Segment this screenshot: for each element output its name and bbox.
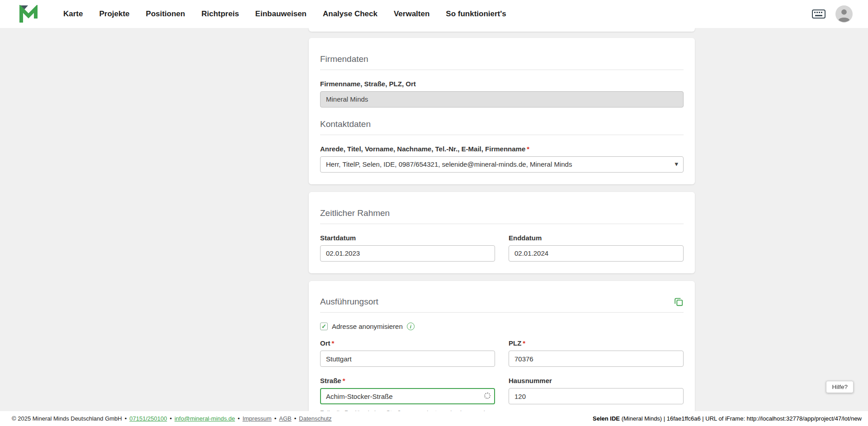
section-title-firmendaten: Firmendaten [320, 54, 684, 70]
footer-copyright: © 2025 Mineral Minds Deutschland GmbH [12, 415, 122, 422]
ort-input[interactable] [320, 351, 495, 367]
logo-icon [19, 5, 38, 23]
anonymize-row: ✓ Adresse anonymisieren i [320, 323, 684, 330]
plz-label-text: PLZ [509, 339, 521, 347]
nav-item-richtpreis[interactable]: Richtpreis [201, 9, 239, 19]
footer-separator: • [170, 415, 172, 422]
section-title-ausfuehrungsort: Ausführungsort [320, 297, 684, 313]
startdatum-field: Startdatum [320, 234, 495, 262]
chevron-down-icon: ▾ [675, 160, 678, 168]
plz-field: PLZ* [509, 339, 684, 367]
nav-item-karte[interactable]: Karte [63, 9, 83, 19]
anonymize-label: Adresse anonymisieren [332, 323, 403, 330]
nav-item-projekte[interactable]: Projekte [99, 9, 129, 19]
nav-items: Karte Projekte Positionen Richtpreis Ein… [63, 9, 506, 19]
logo[interactable] [19, 5, 38, 23]
card-zeitlicher-rahmen: Zeitlicher Rahmen Startdatum Enddatum [309, 192, 695, 273]
plz-input[interactable] [509, 351, 684, 367]
copy-icon [674, 297, 684, 307]
nav-item-so-funktionierts[interactable]: So funktioniert's [446, 9, 506, 19]
ort-label: Ort* [320, 339, 495, 347]
anonymize-checkbox[interactable]: ✓ [320, 323, 328, 330]
footer-phone-link[interactable]: 07151/250100 [129, 415, 167, 422]
required-asterisk: * [332, 339, 335, 347]
hausnummer-field: Hausnummer [509, 377, 684, 404]
footer-separator: • [125, 415, 127, 422]
navbar-right [812, 5, 853, 23]
strasse-input[interactable] [320, 388, 495, 404]
card-firmendaten: Firmendaten Firmenname, Straße, PLZ, Ort… [309, 38, 695, 184]
required-asterisk: * [523, 339, 525, 347]
nav-item-analyse-check[interactable]: Analyse Check [323, 9, 377, 19]
footer-ide-name: Selen IDE [593, 415, 620, 422]
footer-ide-details: (Mineral Minds) | 16fae1ffc6a6 | URL of … [620, 415, 862, 422]
strasse-label: Straße* [320, 377, 495, 384]
required-asterisk: * [343, 377, 345, 384]
contact-field-label-text: Anrede, Titel, Vorname, Nachname, Tel.-N… [320, 145, 525, 153]
footer-impressum-link[interactable]: Impressum [242, 415, 271, 422]
footer-debug-info: Selen IDE (Mineral Minds) | 16fae1ffc6a6… [593, 415, 862, 422]
navbar: Karte Projekte Positionen Richtpreis Ein… [0, 0, 868, 28]
startdatum-label: Startdatum [320, 234, 495, 242]
contact-select[interactable]: Herr, TitelP, Selen, IDE, 0987/654321, s… [320, 156, 684, 173]
ausfuehrungsort-title-text: Ausführungsort [320, 297, 378, 307]
strasse-label-text: Straße [320, 377, 341, 384]
help-button[interactable]: Hilfe? [826, 381, 854, 393]
nav-item-einbauweisen[interactable]: Einbauweisen [255, 9, 307, 19]
avatar-icon [835, 5, 853, 23]
footer-email-link[interactable]: info@mineral-minds.de [175, 415, 235, 422]
ort-label-text: Ort [320, 339, 330, 347]
main-content: Firmendaten Firmenname, Straße, PLZ, Ort… [309, 0, 695, 426]
footer-left: © 2025 Mineral Minds Deutschland GmbH • … [12, 415, 332, 422]
footer-separator: • [238, 415, 240, 422]
hausnummer-input[interactable] [509, 388, 684, 404]
footer-separator: • [294, 415, 297, 422]
footer: © 2025 Mineral Minds Deutschland GmbH • … [0, 411, 868, 426]
keyboard-icon [812, 9, 826, 19]
plz-label: PLZ* [509, 339, 684, 347]
company-field-label: Firmenname, Straße, PLZ, Ort [320, 80, 684, 88]
enddatum-input[interactable] [509, 245, 684, 262]
user-menu-button[interactable] [835, 5, 853, 23]
footer-agb-link[interactable]: AGB [279, 415, 291, 422]
enddatum-label: Enddatum [509, 234, 684, 242]
contact-field-label: Anrede, Titel, Vorname, Nachname, Tel.-N… [320, 145, 684, 153]
nav-item-verwalten[interactable]: Verwalten [394, 9, 429, 19]
keyboard-button[interactable] [812, 9, 826, 19]
card-fragment-top [309, 28, 695, 32]
contact-select-value: Herr, TitelP, Selen, IDE, 0987/654321, s… [326, 160, 572, 168]
company-input [320, 91, 684, 108]
startdatum-input[interactable] [320, 245, 495, 262]
required-asterisk: * [527, 145, 529, 153]
section-title-zeitlicher-rahmen: Zeitlicher Rahmen [320, 208, 684, 224]
info-icon[interactable]: i [407, 323, 415, 330]
footer-datenschutz-link[interactable]: Datenschutz [299, 415, 331, 422]
section-title-kontaktdaten: Kontaktdaten [320, 119, 684, 135]
footer-separator: • [274, 415, 277, 422]
ort-field: Ort* [320, 339, 495, 367]
hausnummer-label: Hausnummer [509, 377, 684, 384]
copy-address-button[interactable] [674, 297, 684, 307]
enddatum-field: Enddatum [509, 234, 684, 262]
card-ausfuehrungsort: Ausführungsort ✓ Adresse anonymisieren i… [309, 281, 695, 426]
nav-item-positionen[interactable]: Positionen [146, 9, 185, 19]
